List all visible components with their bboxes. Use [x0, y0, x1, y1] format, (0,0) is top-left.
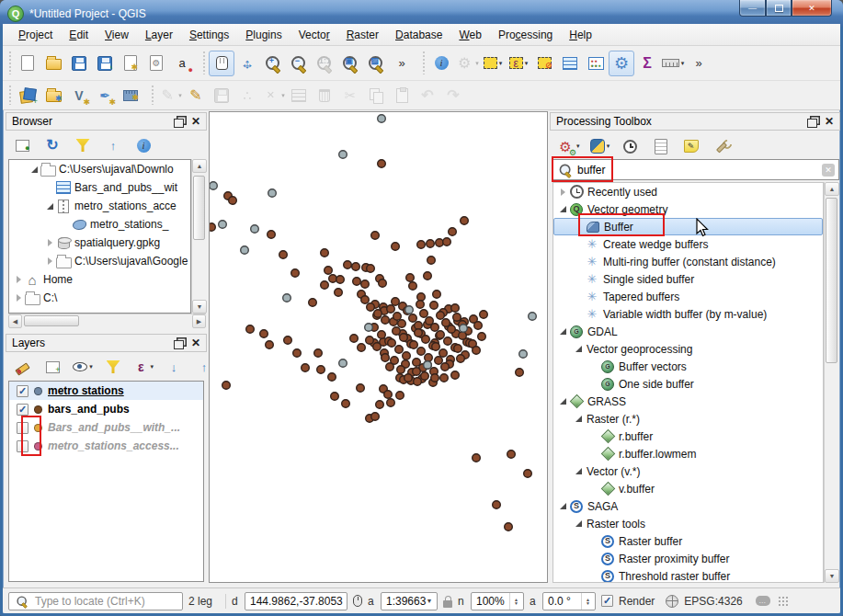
copy-features-button[interactable] [363, 84, 389, 108]
zoom-full-button[interactable]: ▣ [337, 51, 363, 76]
toolbox-item-vector-geoprocessing[interactable]: Vector geoprocessing [553, 340, 823, 358]
zoom-in-button[interactable]: + [260, 51, 286, 76]
magnifier-spinbox[interactable]: 100%▲▼ [471, 592, 524, 610]
layer-visibility-checkbox[interactable]: ✓ [17, 385, 28, 397]
spinner-arrows-icon[interactable]: ▲▼ [581, 593, 590, 610]
scrollbar-thumb[interactable] [24, 315, 79, 326]
menu-web[interactable]: Web [450, 26, 489, 44]
refresh-browser-button[interactable]: ↻ [41, 135, 63, 155]
browser-item-home[interactable]: ⌂Home [9, 270, 190, 289]
expander-open-icon[interactable] [28, 166, 40, 173]
scroll-down-icon[interactable]: ▼ [192, 300, 207, 314]
project-open-button[interactable] [40, 51, 66, 76]
menu-project[interactable]: Project [10, 26, 61, 44]
scroll-up-icon[interactable]: ▲ [825, 182, 839, 196]
toolbox-item-v-buffer[interactable]: v.buffer [553, 480, 823, 497]
browser-close-icon[interactable]: ✕ [191, 115, 200, 128]
clear-search-icon[interactable]: ✕ [822, 164, 835, 177]
processing-toolbox-toggle-button[interactable]: ⚙ [609, 51, 634, 76]
identify-features-button[interactable]: i [428, 51, 454, 76]
expander-open-icon[interactable] [557, 503, 568, 509]
cut-features-button[interactable]: ✂ [337, 84, 363, 108]
menu-processing[interactable]: Processing [490, 26, 561, 44]
toolbox-item-gdal[interactable]: GGDAL [553, 323, 823, 340]
scroll-left-icon[interactable]: ◀ [8, 314, 22, 328]
mouse-position-icon[interactable] [353, 595, 362, 607]
undo-button[interactable]: ↶ [415, 84, 440, 108]
toolbar-overflow-button[interactable]: » [389, 51, 415, 76]
toolbox-item-r-buffer-lowmem[interactable]: r.buffer.lowmem [553, 445, 823, 462]
layer-row-metro-stations[interactable]: ✓metro stations [9, 382, 203, 400]
current-edits-button[interactable]: ✎▾ [157, 84, 183, 108]
expander-open-icon[interactable] [557, 206, 568, 212]
project-save-button[interactable] [66, 51, 92, 76]
chevron-down-icon[interactable]: ▾ [681, 60, 685, 67]
menu-settings[interactable]: Settings [181, 26, 237, 44]
expander-closed-icon[interactable] [13, 294, 24, 302]
toolbox-close-icon[interactable]: ✕ [825, 115, 834, 128]
title-bar[interactable]: Q *Untitled Project - QGIS [0, 0, 843, 27]
minimize-button[interactable]: — [739, 0, 766, 17]
new-geopackage-layer-button[interactable]: ✱ [40, 84, 66, 108]
layers-float-icon[interactable] [174, 340, 184, 349]
models-menu-button[interactable]: ⚙⚙▾ [555, 136, 581, 156]
toolbox-item-vector-v[interactable]: Vector (v.*) [553, 462, 823, 480]
lock-scale-icon[interactable] [443, 600, 452, 608]
browser-item-spatialquery-gpkg[interactable]: spatialquery.gpkg [9, 234, 190, 252]
toolbox-item-raster-buffer[interactable]: SRaster buffer [553, 532, 823, 550]
statistical-summary-button[interactable]: Σ [634, 51, 660, 76]
filter-browser-button[interactable] [72, 135, 94, 155]
layers-close-icon[interactable]: ✕ [191, 337, 200, 349]
properties-widget-button[interactable]: i [132, 135, 154, 155]
coordinate-input[interactable]: 144.9862,-37.8053 [245, 592, 347, 610]
chevron-down-icon[interactable]: ▾ [576, 143, 580, 150]
menu-view[interactable]: View [97, 26, 137, 44]
toolbox-item-one-side-buffer[interactable]: GOne side buffer [553, 375, 823, 393]
crs-status-label[interactable]: EPSG:4326 [684, 595, 742, 608]
browser-item-c[interactable]: C:\ [9, 289, 190, 307]
expander-closed-icon[interactable] [44, 239, 55, 246]
open-attribute-table-button[interactable] [557, 51, 583, 76]
toolbar-overflow-button[interactable]: » [686, 51, 712, 76]
pan-to-selection-button[interactable]: ↔↕ [234, 51, 260, 76]
browser-horizontal-scrollbar[interactable]: ◀ ▶ [8, 314, 206, 327]
modify-attributes-button[interactable] [286, 84, 312, 108]
style-manager-button[interactable]: a● [169, 51, 195, 76]
menu-layer[interactable]: Layer [137, 26, 181, 44]
field-calculator-button[interactable] [583, 51, 609, 76]
scroll-right-icon[interactable]: ▶ [192, 314, 206, 328]
toolbar-drag-handle[interactable] [7, 86, 12, 106]
browser-item-c-users-ujaval-google[interactable]: C:\Users\ujaval\Google [9, 252, 190, 270]
toolbox-item-create-wedge-buffers[interactable]: ✳Create wedge buffers [553, 235, 823, 253]
expander-closed-icon[interactable] [557, 188, 568, 196]
browser-vertical-scrollbar[interactable]: ▲ ▼ [191, 159, 206, 314]
add-feature-button[interactable]: ∴ [234, 84, 260, 108]
toolbox-item-grass[interactable]: GRASS [553, 393, 823, 410]
chevron-down-icon[interactable]: ▾ [178, 92, 182, 99]
delete-selected-button[interactable] [312, 84, 337, 108]
browser-float-icon[interactable] [174, 119, 184, 128]
add-group-button[interactable]: + [41, 357, 63, 377]
rotation-spinbox[interactable]: 0.0 °▲▼ [542, 592, 596, 610]
toolbox-float-icon[interactable] [807, 119, 817, 128]
chevron-down-icon[interactable]: ▾ [150, 363, 154, 371]
redo-button[interactable]: ↷ [440, 84, 466, 108]
chevron-down-icon[interactable]: ▾ [607, 143, 610, 150]
results-viewer-button[interactable] [650, 136, 672, 156]
browser-item-c-users-ujaval-downlo[interactable]: C:\Users\ujaval\Downlo [9, 160, 190, 178]
expander-open-icon[interactable] [44, 203, 55, 210]
scroll-down-icon[interactable]: ▼ [825, 569, 839, 583]
layout-manager-button[interactable]: ⚙ [143, 51, 169, 76]
expander-open-icon[interactable] [557, 328, 568, 335]
toolbox-vertical-scrollbar[interactable]: ▲ ▼ [824, 182, 838, 583]
expander-closed-icon[interactable] [13, 276, 24, 283]
zoom-out-button[interactable]: − [286, 51, 312, 76]
chevron-down-icon[interactable]: ▾ [89, 363, 93, 371]
toolbox-item-multi-ring-buffer-constant-distance[interactable]: ✳Multi-ring buffer (constant distance) [553, 253, 823, 270]
browser-item-bars-and-pubs-wit[interactable]: Bars_and_pubs__wit [9, 178, 190, 197]
menu-raster[interactable]: Raster [338, 26, 387, 44]
scale-combobox[interactable]: 1:39663▼ [381, 592, 438, 610]
add-selected-layers-button[interactable]: ● [11, 135, 33, 155]
toolbox-item-threshold-raster-buffer[interactable]: SThreshold raster buffer [553, 567, 823, 583]
resize-grip[interactable] [778, 596, 789, 607]
